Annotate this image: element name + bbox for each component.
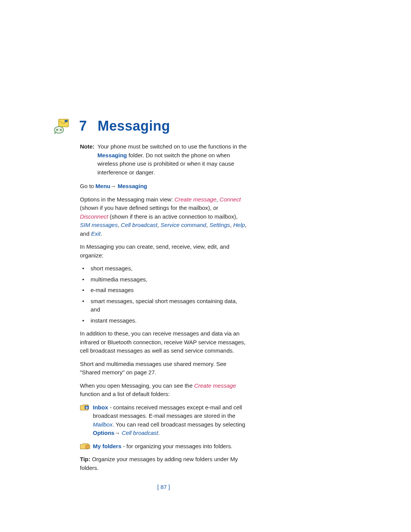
chapter-title-text: Messaging	[98, 118, 170, 134]
messaging-nav: Messaging	[116, 183, 147, 189]
infrared-paragraph: In addition to these, you can receive me…	[80, 329, 247, 355]
messaging-chapter-icon	[53, 118, 71, 134]
chapter-number: 7	[79, 118, 87, 134]
list-item: instant messages.	[80, 316, 247, 325]
inbox-text: Inbox - contains received messages excep…	[93, 403, 247, 438]
list-item: short messages,	[80, 264, 247, 273]
page-number: [ 87 ]	[80, 483, 247, 492]
list-item: smart messages, special short messages c…	[80, 297, 247, 314]
tip-label: Tip:	[80, 456, 90, 462]
settings-option: Settings	[209, 222, 230, 228]
inbox-folder-block: Inbox - contains received messages excep…	[80, 403, 247, 438]
disconnect-option: Disconnect	[80, 213, 108, 220]
list-item: multimedia messages,	[80, 275, 247, 284]
menu-nav: Menu	[96, 183, 110, 189]
cell-broadcast-option: Cell broadcast	[121, 222, 158, 228]
my-folders-text: My folders - for organizing your message…	[93, 442, 233, 451]
sim-messages-option: SIM messages	[80, 222, 118, 228]
my-folders-icon	[80, 443, 91, 450]
my-folders-block: My folders - for organizing your message…	[80, 442, 247, 451]
chapter-title: 7Messaging	[79, 118, 170, 134]
message-types-list: short messages, multimedia messages, e-m…	[80, 264, 247, 325]
cell-broadcast-nav: Cell broadcast	[120, 430, 158, 436]
svg-point-3	[56, 129, 58, 131]
create-message-func: Create message	[194, 382, 236, 389]
mailbox-ref: Mailbox	[93, 421, 113, 428]
content-body: Note: Your phone must be switched on to …	[80, 142, 247, 492]
svg-point-2	[54, 126, 64, 133]
my-folders-label: My folders	[93, 443, 121, 449]
help-option: Help	[233, 222, 245, 228]
inbox-label: Inbox	[93, 404, 108, 411]
note-text: Your phone must be switched on to use th…	[97, 142, 247, 177]
options-nav: Options	[93, 430, 115, 436]
svg-point-4	[60, 129, 62, 131]
chapter-heading-row: 7Messaging	[80, 118, 365, 134]
note-block: Note: Your phone must be switched on to …	[80, 142, 247, 177]
options-paragraph: Options in the Messaging main view: Crea…	[80, 195, 247, 238]
goto-line: Go to Menu→ Messaging	[80, 182, 247, 191]
document-page: 7Messaging Note: Your phone must be swit…	[0, 0, 411, 522]
exit-option: Exit	[91, 230, 100, 237]
note-label: Note:	[80, 142, 97, 177]
create-message-option: Create message	[174, 196, 216, 203]
shared-memory-paragraph: Short and multimedia messages use shared…	[80, 360, 247, 377]
inbox-folder-icon	[80, 404, 91, 411]
tip-line: Tip: Organize your messages by adding ne…	[80, 455, 247, 472]
list-item: e-mail messages	[80, 286, 247, 295]
note-messaging-bold: Messaging	[97, 152, 127, 158]
connect-option: Connect	[220, 196, 241, 203]
open-messaging-paragraph: When you open Messaging, you can see the…	[80, 382, 247, 399]
service-command-option: Service command	[161, 222, 206, 228]
intro-line: In Messaging you can create, send, recei…	[80, 243, 247, 260]
